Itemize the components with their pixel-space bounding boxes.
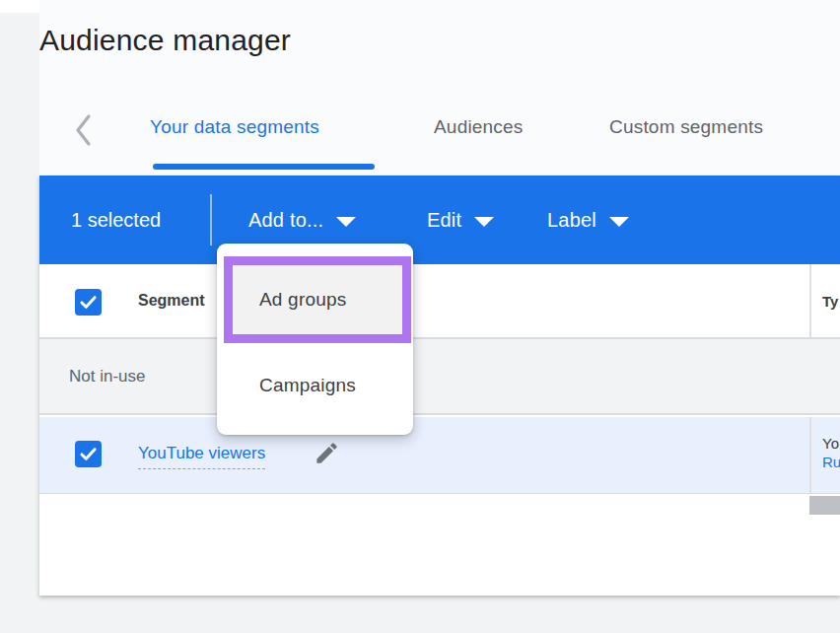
chevron-down-icon <box>336 217 356 227</box>
tab-custom-segments[interactable]: Custom segments <box>609 116 763 138</box>
section-label: Not in-use <box>69 339 145 413</box>
action-bar-divider <box>210 194 212 246</box>
edit-button[interactable]: Edit <box>427 176 494 264</box>
tab-scroll-left-button[interactable] <box>71 110 97 150</box>
row-checkbox[interactable] <box>75 441 102 467</box>
type-column: Ty <box>809 264 840 337</box>
segment-name-link[interactable]: YouTube viewers <box>138 444 265 469</box>
add-to-button-label: Add to... <box>248 209 323 232</box>
annotation-highlight-box: Ad groups <box>224 256 411 343</box>
type-cell-container: Yo Ru <box>809 417 840 493</box>
type-column-header[interactable]: Ty <box>822 264 838 337</box>
active-tab-indicator <box>153 164 375 170</box>
page-title: Audience manager <box>39 24 291 57</box>
add-to-dropdown-menu: Ad groups Campaigns <box>217 244 413 435</box>
label-button-label: Label <box>547 209 596 232</box>
type-cell: Yo Ru <box>822 434 840 471</box>
type-text-line2: Ru <box>822 453 840 471</box>
chevron-left-icon <box>71 110 97 150</box>
segment-column-header[interactable]: Segment <box>138 264 205 337</box>
select-all-checkbox[interactable] <box>75 289 102 316</box>
menu-item-campaigns[interactable]: Campaigns <box>259 343 413 428</box>
section-row-not-in-use: Not in-use <box>39 339 840 415</box>
table-row-youtube-viewers[interactable]: YouTube viewers Yo Ru <box>39 417 840 494</box>
checkmark-icon <box>78 292 99 313</box>
chevron-down-icon <box>609 217 629 227</box>
selected-count: 1 selected <box>71 176 161 264</box>
selection-action-bar: 1 selected Add to... Edit Label <box>39 176 840 264</box>
type-text-line1: Yo <box>822 434 840 453</box>
chevron-down-icon <box>474 217 494 227</box>
label-button[interactable]: Label <box>547 176 629 264</box>
pencil-icon <box>314 440 340 466</box>
menu-item-ad-groups[interactable]: Ad groups <box>259 265 346 334</box>
page-header: Audience manager Your data segments Audi… <box>39 0 840 176</box>
edit-segment-button[interactable] <box>314 440 340 466</box>
horizontal-scrollbar-thumb[interactable] <box>809 496 840 515</box>
table-header-row: Segment Ty <box>39 264 840 339</box>
tab-your-data-segments[interactable]: Your data segments <box>150 116 319 138</box>
checkmark-icon <box>78 444 99 464</box>
edit-button-label: Edit <box>427 209 461 232</box>
segments-table-card: 1 selected Add to... Edit Label Segment … <box>39 176 840 596</box>
tab-audiences[interactable]: Audiences <box>434 116 524 138</box>
